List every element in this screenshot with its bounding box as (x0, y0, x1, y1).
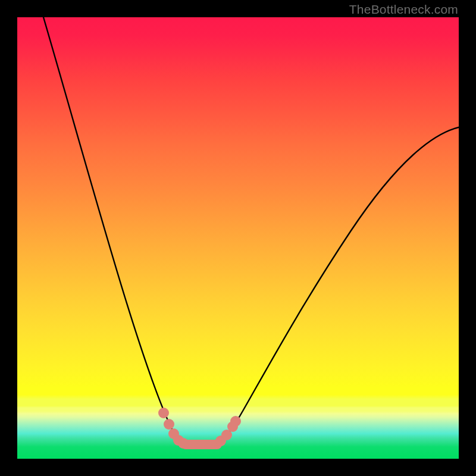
chart-frame: TheBottleneck.com (0, 0, 476, 476)
highlight-dot (164, 419, 174, 430)
plot-area (17, 17, 459, 459)
watermark-text: TheBottleneck.com (349, 2, 458, 17)
curve-layer (17, 17, 459, 459)
bottleneck-curve (43, 17, 459, 444)
highlight-dot (230, 416, 241, 427)
highlight-dot (178, 438, 189, 449)
highlight-dot (158, 408, 169, 418)
